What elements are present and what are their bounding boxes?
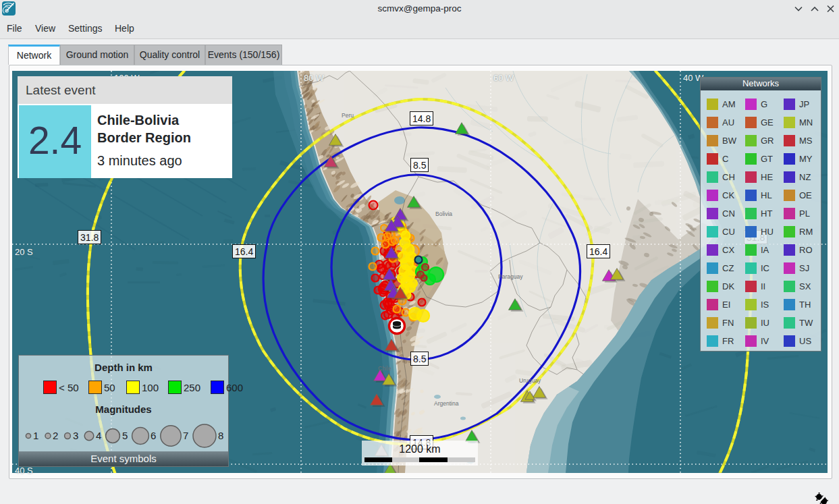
- svg-text:4: 4: [96, 430, 101, 441]
- svg-text:7: 7: [183, 430, 188, 441]
- svg-text:6: 6: [151, 430, 156, 441]
- svg-text:3: 3: [73, 430, 78, 441]
- svg-text:8: 8: [218, 430, 223, 441]
- svg-text:1: 1: [33, 430, 38, 441]
- svg-text:5: 5: [122, 430, 128, 441]
- svg-text:2: 2: [53, 430, 58, 441]
